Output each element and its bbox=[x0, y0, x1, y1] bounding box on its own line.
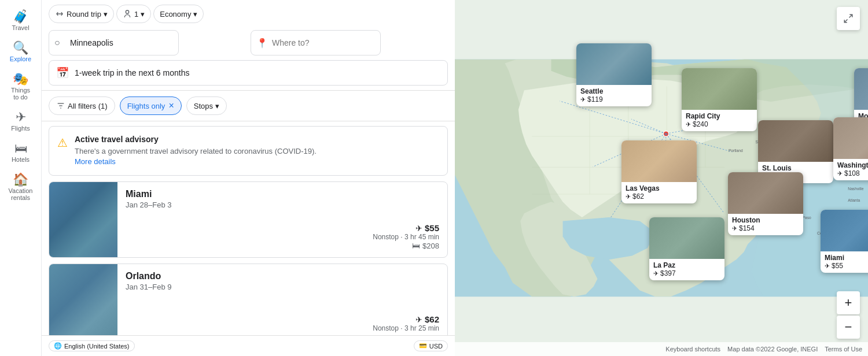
nav-explore[interactable]: 🔍 Explore bbox=[1, 37, 41, 67]
currency-label: USD bbox=[429, 343, 443, 350]
advisory-banner: ⚠ Active travel advisory There's a gover… bbox=[49, 126, 448, 176]
la-paz-map-price: ✈ $397 bbox=[653, 269, 720, 277]
trip-bar: Round trip ▾ 1 ▾ Economy ▾ bbox=[42, 0, 455, 23]
la-paz-map-title: La Paz bbox=[653, 261, 720, 269]
svg-line-44 bbox=[849, 14, 852, 17]
rapid-city-map-info: Rapid City ✈ $240 bbox=[682, 110, 757, 131]
filter-icon bbox=[56, 101, 65, 110]
orlando-card-body: Orlando Jan 31–Feb 9 ✈ $62 Nonstop · 3 h… bbox=[117, 264, 447, 335]
keyboard-shortcuts[interactable]: Keyboard shortcuts bbox=[665, 346, 720, 353]
advisory-icon: ⚠ bbox=[57, 136, 68, 167]
all-filters-btn[interactable]: All filters (1) bbox=[49, 97, 115, 115]
class-selector[interactable]: Economy ▾ bbox=[153, 5, 204, 23]
passengers-label: 1 bbox=[134, 10, 138, 18]
passenger-icon bbox=[123, 9, 132, 18]
miami-flight-price: ✈ $55 bbox=[126, 223, 439, 233]
flights-only-label: Flights only bbox=[127, 102, 165, 110]
round-trip-selector[interactable]: Round trip ▾ bbox=[49, 5, 114, 23]
las-vegas-map-img bbox=[621, 140, 697, 182]
language-selector[interactable]: 🌐 English (United States) bbox=[49, 340, 135, 351]
sidebar: Round trip ▾ 1 ▾ Economy ▾ ○ 📍 📅 1-week bbox=[42, 0, 455, 356]
origin-input[interactable] bbox=[49, 30, 179, 55]
svg-line-45 bbox=[844, 20, 847, 23]
nav-hotels[interactable]: 🛏 Hotels bbox=[1, 138, 41, 168]
houston-map-title: Houston bbox=[732, 216, 799, 224]
map-data-label: Map data ©2022 Google, INEGI bbox=[727, 346, 818, 353]
search-row: ○ 📍 bbox=[49, 30, 448, 55]
result-miami[interactable]: Miami Jan 28–Feb 3 ✈ $55 Nonstop · 3 hr … bbox=[49, 181, 448, 258]
st-louis-map-title: St. Louis bbox=[762, 164, 829, 172]
filter-bar: All filters (1) Flights only × Stops ▾ bbox=[42, 91, 455, 121]
nav-flights[interactable]: ✈ Flights bbox=[1, 106, 41, 136]
date-label: 1-week trip in the next 6 months bbox=[75, 68, 189, 77]
destination-wrap: 📍 bbox=[251, 30, 448, 55]
stops-label: Stops bbox=[194, 102, 213, 110]
seattle-plane-icon: ✈ bbox=[580, 96, 586, 103]
passengers-selector[interactable]: 1 ▾ bbox=[116, 5, 151, 23]
map-controls: + − bbox=[837, 291, 860, 339]
orlando-nonstop: Nonstop · 3 hr 25 min bbox=[126, 324, 439, 332]
flights-icon: ✈ bbox=[16, 111, 26, 124]
miami-plane-icon: ✈ bbox=[415, 224, 422, 233]
washington-map-price: ✈ $108 bbox=[837, 169, 868, 177]
las-vegas-map-info: Las Vegas ✈ $62 bbox=[621, 182, 697, 203]
houston-map-info: Houston ✈ $154 bbox=[728, 214, 803, 235]
las-vegas-plane-icon: ✈ bbox=[626, 193, 631, 201]
round-trip-chevron: ▾ bbox=[104, 10, 108, 18]
orlando-flight-price: ✈ $62 bbox=[126, 314, 439, 324]
flights-only-btn[interactable]: Flights only × bbox=[120, 97, 182, 115]
expand-map-button[interactable] bbox=[837, 7, 860, 30]
currency-icon: 💳 bbox=[419, 342, 427, 350]
nav-things[interactable]: 🎭 Thingsto do bbox=[1, 68, 41, 105]
svg-text:Atlanta: Atlanta bbox=[848, 198, 860, 202]
rapid-city-map-title: Rapid City bbox=[686, 112, 753, 120]
passengers-chevron: ▾ bbox=[141, 10, 145, 18]
round-trip-label: Round trip bbox=[67, 10, 101, 18]
miami-image bbox=[49, 182, 117, 257]
houston-plane-icon: ✈ bbox=[732, 225, 737, 232]
zoom-in-button[interactable]: + bbox=[837, 291, 860, 314]
map-card-washington[interactable]: Washington, D.C. ✈ $108 bbox=[833, 117, 868, 180]
map-card-miami[interactable]: Miami ✈ $55 bbox=[821, 210, 868, 273]
houston-map-img bbox=[728, 172, 803, 214]
stops-btn[interactable]: Stops ▾ bbox=[186, 97, 227, 115]
language-label: English (United States) bbox=[64, 343, 130, 350]
round-trip-icon bbox=[55, 9, 64, 18]
rapid-city-map-img bbox=[682, 68, 757, 110]
advisory-link[interactable]: More details bbox=[75, 157, 116, 166]
zoom-out-button[interactable]: − bbox=[837, 316, 860, 339]
currency-selector[interactable]: 💳 USD bbox=[414, 340, 448, 351]
las-vegas-map-title: Las Vegas bbox=[626, 184, 693, 192]
result-orlando[interactable]: Orlando Jan 31–Feb 9 ✈ $62 Nonstop · 3 h… bbox=[49, 264, 448, 335]
terms-label[interactable]: Terms of Use bbox=[825, 346, 862, 353]
results-area: ⚠ Active travel advisory There's a gover… bbox=[42, 121, 455, 335]
advisory-content: Active travel advisory There's a governm… bbox=[75, 135, 317, 167]
nav-vacation-label: Vacationrentals bbox=[9, 187, 33, 201]
st-louis-map-img bbox=[758, 120, 833, 162]
nav-travel[interactable]: 🧳 Travel bbox=[1, 6, 41, 36]
miami-nonstop: Nonstop · 3 hr 45 min bbox=[126, 233, 439, 241]
map-card-houston[interactable]: Houston ✈ $154 bbox=[728, 172, 803, 235]
orlando-plane-icon: ✈ bbox=[415, 315, 422, 324]
nav-travel-label: Travel bbox=[12, 24, 29, 31]
explore-icon: 🔍 bbox=[13, 42, 28, 54]
calendar-icon: 📅 bbox=[56, 66, 69, 79]
search-area: ○ 📍 📅 1-week trip in the next 6 months bbox=[42, 23, 455, 91]
nav-vacation[interactable]: 🏠 Vacationrentals bbox=[1, 169, 41, 206]
nav-flights-label: Flights bbox=[11, 125, 30, 132]
map-card-seattle[interactable]: Seattle ✈ $119 bbox=[576, 43, 652, 106]
class-label: Economy bbox=[160, 10, 191, 18]
miami-dates: Jan 28–Feb 3 bbox=[126, 201, 439, 209]
date-selector[interactable]: 📅 1-week trip in the next 6 months bbox=[49, 60, 448, 86]
hotels-icon: 🛏 bbox=[14, 142, 27, 155]
miami-map-plane-icon: ✈ bbox=[825, 262, 830, 270]
map-card-la-paz[interactable]: La Paz ✈ $397 bbox=[649, 217, 724, 280]
washington-map-info: Washington, D.C. ✈ $108 bbox=[833, 159, 868, 180]
miami-bed-icon: 🛏 bbox=[412, 241, 420, 250]
destination-input[interactable] bbox=[251, 30, 381, 55]
montreal-map-img bbox=[854, 68, 868, 110]
flights-only-close[interactable]: × bbox=[168, 101, 174, 111]
map-card-rapid-city[interactable]: Rapid City ✈ $240 bbox=[682, 68, 757, 131]
miami-card-body: Miami Jan 28–Feb 3 ✈ $55 Nonstop · 3 hr … bbox=[117, 182, 447, 257]
map-card-las-vegas[interactable]: Las Vegas ✈ $62 bbox=[621, 140, 697, 203]
